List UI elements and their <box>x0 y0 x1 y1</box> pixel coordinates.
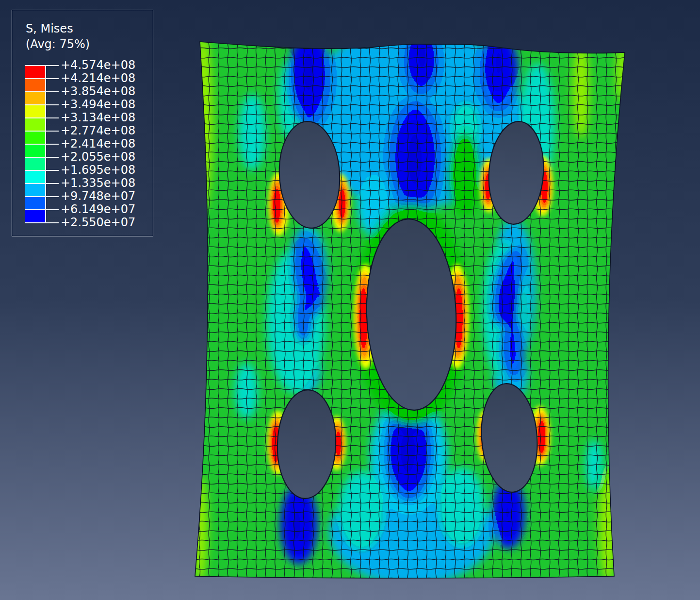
legend-level-label: +3.134e+08 <box>61 111 153 124</box>
legend-swatch <box>25 91 45 104</box>
legend-swatch <box>25 65 45 78</box>
legend-level-label: +2.055e+08 <box>61 150 153 163</box>
legend-tick <box>25 170 59 171</box>
legend-tick <box>25 209 59 210</box>
legend-tick <box>25 196 59 197</box>
legend-level-label: +3.494e+08 <box>61 98 153 111</box>
legend-subtitle: (Avg: 75%) <box>26 37 90 51</box>
legend-level-label: +2.550e+07 <box>61 216 153 229</box>
legend-tick <box>25 131 59 132</box>
legend-tick <box>25 183 59 184</box>
legend-tick <box>25 144 59 145</box>
legend-level-label: +4.214e+08 <box>61 72 153 84</box>
legend-tick <box>25 157 59 158</box>
legend-tick <box>25 91 59 92</box>
legend-level-label: +3.854e+08 <box>61 85 153 98</box>
legend-level-label: +2.414e+08 <box>61 137 153 150</box>
legend-swatch <box>25 196 45 209</box>
legend-tick <box>25 65 59 66</box>
legend-title: S, Mises <box>26 22 73 35</box>
legend-swatch <box>25 104 45 117</box>
legend-swatch <box>25 157 45 170</box>
legend-swatch <box>25 209 45 222</box>
legend-tick <box>25 104 59 105</box>
legend-swatch <box>25 131 45 144</box>
legend-level-label: +6.149e+07 <box>61 203 153 216</box>
legend-swatch <box>25 183 45 196</box>
legend-tick <box>25 222 59 223</box>
contour-legend: S, Mises (Avg: 75%) +4.57 <box>12 10 153 236</box>
legend-level-label: +9.748e+07 <box>61 190 153 202</box>
legend-tick <box>25 117 59 118</box>
legend-swatch <box>25 117 45 131</box>
legend-swatch <box>25 144 45 157</box>
legend-level-label: +1.695e+08 <box>61 164 153 176</box>
legend-tick <box>25 78 59 79</box>
legend-level-label: +4.574e+08 <box>61 59 153 71</box>
abaqus-viewport: S, Mises (Avg: 75%) +4.57 <box>0 0 700 600</box>
legend-swatch <box>25 78 45 91</box>
legend-level-label: +1.335e+08 <box>61 177 153 189</box>
legend-level-label: +2.774e+08 <box>61 124 153 137</box>
legend-swatch <box>25 170 45 183</box>
